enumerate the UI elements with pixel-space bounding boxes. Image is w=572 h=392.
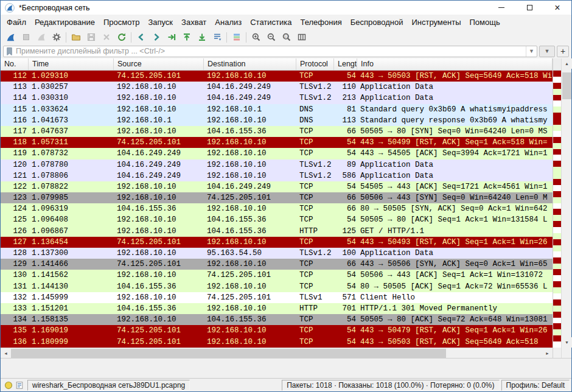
- auto-scroll-button[interactable]: [209, 30, 225, 44]
- scroll-left-arrow[interactable]: ◄: [1, 348, 11, 358]
- scroll-right-arrow[interactable]: ►: [542, 348, 553, 358]
- packet-cell-time: 1.057311: [29, 137, 114, 148]
- filter-bookmark-icon[interactable]: [5, 47, 13, 56]
- packet-row-132[interactable]: 1321.145999192.168.10.1074.125.205.101TL…: [1, 292, 553, 303]
- packet-row-114[interactable]: 1141.030310192.168.10.10104.16.249.249TL…: [1, 93, 553, 103]
- packet-cell-len: 54: [334, 148, 357, 159]
- packet-row-124[interactable]: 1241.096319104.16.155.36192.168.10.10TCP…: [1, 203, 553, 214]
- vertical-scrollbar[interactable]: ▲ ▼: [561, 58, 571, 358]
- packet-cell-dst: 74.125.205.101: [204, 292, 296, 303]
- menu-item-3[interactable]: Просмотр: [99, 16, 144, 29]
- minimap-segment: [553, 323, 561, 329]
- packet-cell-info: 50506 → 443 [SYN] Seq=0 Win=64240 Len=0 …: [357, 192, 553, 203]
- add-filter-button[interactable]: +: [557, 46, 569, 57]
- column-header-3[interactable]: Source: [114, 58, 204, 70]
- packet-row-121[interactable]: 1211.078806104.16.249.249192.168.10.10TL…: [1, 170, 553, 181]
- minimize-button[interactable]: [487, 1, 515, 15]
- save-file-button[interactable]: [83, 30, 99, 44]
- zoom-in-button[interactable]: [248, 30, 263, 44]
- packet-row-133[interactable]: 1331.151201104.16.155.36192.168.10.10HTT…: [1, 303, 553, 314]
- packet-row-120[interactable]: 1201.078780104.16.249.249192.168.10.10TL…: [1, 159, 553, 170]
- open-file-button[interactable]: [68, 30, 83, 44]
- packet-row-134[interactable]: 1341.158135192.168.10.10104.16.155.36TCP…: [1, 314, 553, 325]
- packet-row-122[interactable]: 1221.078822192.168.10.10104.16.249.249TC…: [1, 181, 553, 192]
- resize-columns-button[interactable]: [294, 30, 309, 44]
- go-to-bottom-button[interactable]: [194, 30, 209, 44]
- menu-item-5[interactable]: Захват: [177, 16, 211, 29]
- packet-cell-time: 1.141466: [29, 259, 114, 270]
- capture-file-name[interactable]: wireshark_Беспроводная сетьJ89DU1.pcapng: [27, 380, 190, 391]
- start-capture-button[interactable]: [3, 30, 18, 44]
- filter-expression-dropdown[interactable]: ▼: [539, 46, 555, 57]
- capture-comment-icon[interactable]: [15, 381, 24, 390]
- packet-row-127[interactable]: 1271.13645474.125.205.101192.168.10.10TC…: [1, 237, 553, 248]
- packet-row-119[interactable]: 1191.078732104.16.249.249192.168.10.10TC…: [1, 148, 553, 159]
- go-forward-button[interactable]: [148, 30, 164, 44]
- vertical-scroll-thumb[interactable]: [562, 72, 571, 99]
- packet-row-131[interactable]: 1311.144130104.16.155.36192.168.10.10TCP…: [1, 281, 553, 292]
- column-header-4[interactable]: Destination: [204, 58, 296, 70]
- menu-item-4[interactable]: Запуск: [144, 16, 177, 29]
- menu-item-9[interactable]: Беспроводной: [346, 16, 408, 29]
- close-button[interactable]: ×: [543, 1, 571, 15]
- scroll-down-arrow[interactable]: ▼: [562, 337, 572, 348]
- packet-row-115[interactable]: 1151.033624192.168.10.10192.168.10.1DNS8…: [1, 104, 553, 115]
- column-header-7[interactable]: Info: [357, 58, 553, 70]
- packet-row-118[interactable]: 1181.05731174.125.205.101192.168.10.10TC…: [1, 137, 553, 148]
- column-header-1[interactable]: No.: [1, 58, 29, 70]
- packet-cell-src: 74.125.205.101: [114, 337, 204, 348]
- menu-item-1[interactable]: Файл: [2, 16, 30, 29]
- packet-row-112[interactable]: 1121.02931074.125.205.101192.168.10.10TC…: [1, 71, 553, 82]
- reload-file-button[interactable]: [114, 30, 129, 44]
- packet-row-117[interactable]: 1171.047637192.168.10.10104.16.155.36TCP…: [1, 126, 553, 137]
- minimap-segment: [553, 173, 561, 179]
- menu-item-10[interactable]: Инструменты: [407, 16, 465, 29]
- packet-row-125[interactable]: 1251.096408192.168.10.10104.16.155.36TCP…: [1, 214, 553, 225]
- capture-options-button[interactable]: [49, 30, 64, 44]
- packet-row-128[interactable]: 1281.137300192.168.10.1095.163.54.50TLSv…: [1, 248, 553, 259]
- column-header-6[interactable]: Length: [334, 58, 357, 70]
- packet-row-113[interactable]: 1131.030257192.168.10.10104.16.249.249TL…: [1, 82, 553, 93]
- horizontal-scroll-track[interactable]: [11, 348, 542, 358]
- packet-row-136[interactable]: 1361.18099974.125.205.101192.168.10.10TC…: [1, 337, 553, 348]
- column-header-5[interactable]: Protocol: [296, 58, 334, 70]
- stop-capture-button[interactable]: [18, 30, 33, 44]
- packet-row-130[interactable]: 1301.141562192.168.10.1074.125.205.101TC…: [1, 270, 553, 281]
- menu-item-6[interactable]: Анализ: [211, 16, 246, 29]
- vertical-scroll-track[interactable]: [562, 69, 571, 337]
- column-header-2[interactable]: Time: [29, 58, 114, 70]
- display-filter-input[interactable]: Примените дисплейный фильтр ... <Ctrl-/>…: [3, 46, 537, 57]
- horizontal-scroll-thumb[interactable]: [11, 349, 446, 358]
- close-file-button[interactable]: [99, 30, 114, 44]
- packet-minimap[interactable]: [553, 71, 561, 348]
- go-to-top-button[interactable]: [179, 30, 194, 44]
- restart-capture-button[interactable]: [33, 30, 49, 44]
- menu-item-8[interactable]: Телефония: [296, 16, 346, 29]
- go-to-packet-button[interactable]: [164, 30, 179, 44]
- packet-cell-time: 1.151201: [29, 303, 114, 314]
- packet-row-123[interactable]: 1231.079985192.168.10.1074.125.205.101TC…: [1, 192, 553, 203]
- packet-cell-no: 136: [1, 337, 29, 348]
- packet-row-135[interactable]: 1351.16901974.125.205.101192.168.10.10TC…: [1, 325, 553, 336]
- maximize-button[interactable]: [515, 1, 543, 15]
- go-back-button[interactable]: [133, 30, 148, 44]
- colorize-packets-button[interactable]: [229, 30, 244, 44]
- filter-history-dropdown-icon[interactable]: ▼: [526, 46, 537, 57]
- zoom-out-button[interactable]: [263, 30, 279, 44]
- zoom-100-button[interactable]: 1:1: [279, 30, 294, 44]
- expert-info-icon[interactable]: [4, 381, 13, 390]
- packet-cell-len: 54: [334, 137, 357, 148]
- scroll-up-arrow[interactable]: ▲: [562, 58, 572, 69]
- packet-cell-no: 123: [1, 192, 29, 203]
- packet-row-129[interactable]: 1291.14146674.125.205.101192.168.10.10TC…: [1, 259, 553, 270]
- profile-selector[interactable]: Профиль: Default: [501, 380, 570, 391]
- packet-row-126[interactable]: 1261.096867192.168.10.10104.16.155.36HTT…: [1, 226, 553, 237]
- menu-item-2[interactable]: Редактирование: [30, 16, 99, 29]
- packet-cell-dst: 192.168.10.10: [204, 303, 296, 314]
- menu-item-7[interactable]: Статистика: [246, 16, 296, 29]
- packet-row-116[interactable]: 1161.041673192.168.10.1192.168.10.10DNS1…: [1, 115, 553, 126]
- menu-item-11[interactable]: Помощь: [466, 16, 504, 29]
- packet-cell-len: 54: [334, 314, 357, 325]
- packet-cell-dst: 74.125.205.101: [204, 270, 296, 281]
- horizontal-scrollbar[interactable]: ◄ ►: [1, 348, 553, 358]
